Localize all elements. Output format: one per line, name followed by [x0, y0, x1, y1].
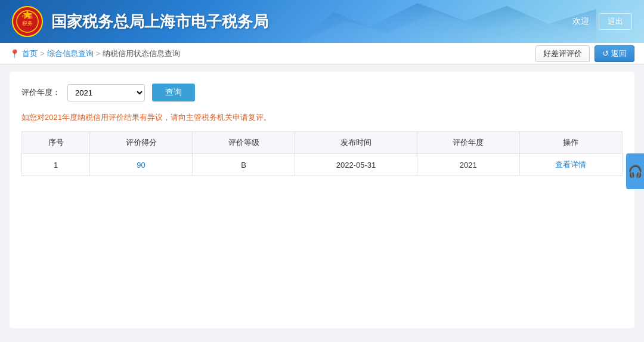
location-icon: 📍: [10, 49, 20, 58]
breadcrumb-sep2: >: [96, 49, 101, 58]
table-row: 1 90 B 2022-05-31 2021 查看详情: [22, 154, 623, 176]
breadcrumb-home[interactable]: 首页: [22, 48, 38, 59]
filter-row: 评价年度： 2021 2020 2019 2018 查询: [21, 84, 623, 101]
logo-icon: 中国 税务: [12, 6, 43, 37]
col-score: 评价得分: [90, 132, 193, 154]
main-content: 评价年度： 2021 2020 2019 2018 查询 如您对2021年度纳税…: [10, 72, 634, 328]
headset-icon: 🎧: [628, 164, 643, 178]
logout-button[interactable]: 退出: [599, 13, 632, 30]
table-header-row: 序号 评价得分 评价等级 发布时间 评价年度 操作: [22, 132, 623, 154]
data-table: 序号 评价得分 评价等级 发布时间 评价年度 操作 1 90 B 2022-05…: [21, 131, 623, 176]
navbar: 📍 首页 > 综合信息查询 > 纳税信用状态信息查询 好差评评价 ↺ 返回: [0, 43, 644, 64]
review-button[interactable]: 好差评评价: [535, 45, 590, 62]
col-year: 评价年度: [417, 132, 519, 154]
back-icon: ↺: [602, 49, 609, 58]
back-label: 返回: [611, 48, 627, 59]
cell-index: 1: [22, 154, 90, 176]
year-select[interactable]: 2021 2020 2019 2018: [67, 84, 145, 101]
breadcrumb-level2: 纳税信用状态信息查询: [103, 48, 180, 59]
svg-text:税务: 税务: [22, 20, 33, 26]
cell-action[interactable]: 查看详情: [519, 154, 622, 176]
query-button[interactable]: 查询: [152, 84, 195, 101]
breadcrumb-sep1: >: [40, 49, 45, 58]
breadcrumb-level1[interactable]: 综合信息查询: [47, 48, 94, 59]
welcome-text: 欢迎: [572, 16, 589, 27]
cell-date: 2022-05-31: [295, 154, 417, 176]
header-left: 中国 税务 国家税务总局上海市电子税务局: [12, 6, 268, 37]
cell-year: 2021: [417, 154, 519, 176]
cell-grade: B: [193, 154, 295, 176]
side-helper-button[interactable]: 🎧: [626, 153, 644, 189]
cell-score[interactable]: 90: [90, 154, 193, 176]
col-index: 序号: [22, 132, 90, 154]
breadcrumb: 📍 首页 > 综合信息查询 > 纳税信用状态信息查询: [10, 48, 180, 59]
header: 中国 税务 国家税务总局上海市电子税务局 欢迎 退出: [0, 0, 644, 43]
filter-label: 评价年度：: [21, 87, 60, 98]
header-right: 欢迎 退出: [572, 13, 632, 30]
col-action: 操作: [519, 132, 622, 154]
notice-text: 如您对2021年度纳税信用评价结果有异议，请向主管税务机关申请复评。: [21, 112, 623, 123]
notice-content: 如您对2021年度纳税信用评价结果有异议，请向主管税务机关申请复评。: [21, 113, 271, 122]
col-grade: 评价等级: [193, 132, 295, 154]
navbar-actions: 好差评评价 ↺ 返回: [535, 45, 634, 62]
col-date: 发布时间: [295, 132, 417, 154]
header-title: 国家税务总局上海市电子税务局: [51, 11, 268, 32]
back-button[interactable]: ↺ 返回: [595, 45, 634, 62]
